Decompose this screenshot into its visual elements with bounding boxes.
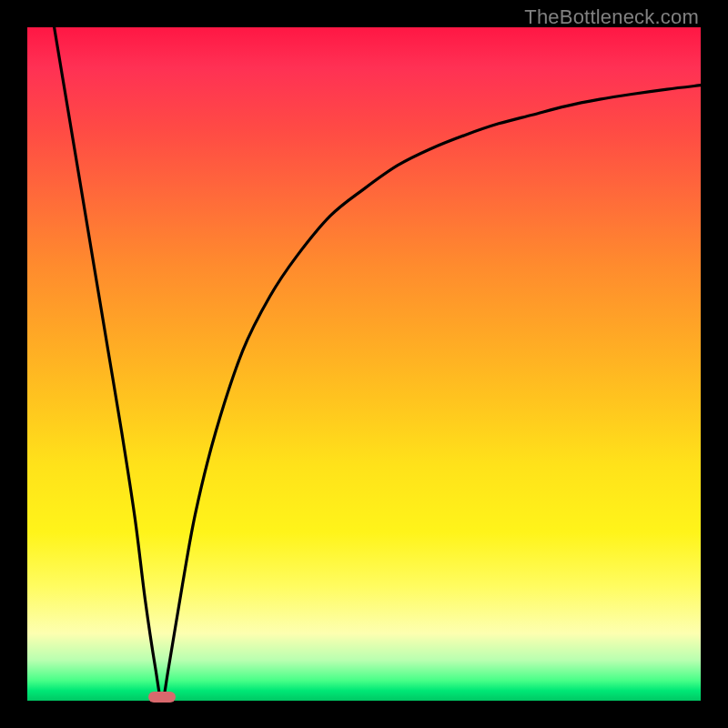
minimum-marker — [148, 692, 176, 703]
bottleneck-curve — [27, 27, 701, 701]
attribution-text: TheBottleneck.com — [524, 5, 699, 29]
curve-path — [55, 27, 701, 701]
chart-plot-area — [27, 27, 701, 701]
chart-outer-frame: TheBottleneck.com — [0, 0, 728, 728]
